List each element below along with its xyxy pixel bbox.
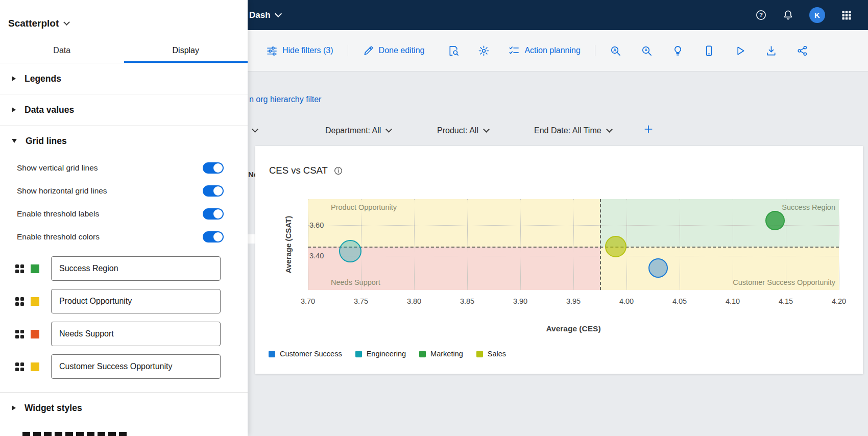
region-top-right: Success Region: [600, 199, 839, 247]
region-label: Product Opportunity: [331, 203, 397, 211]
export-button[interactable]: [765, 45, 777, 57]
settings-button[interactable]: [478, 45, 490, 57]
threshold-row: [0, 322, 248, 346]
threshold-row: [0, 256, 248, 281]
data-point-engineering[interactable]: [339, 240, 361, 262]
threshold-label-input[interactable]: [51, 322, 221, 346]
apps-menu-button[interactable]: [840, 9, 853, 21]
action-planning-label: Action planning: [524, 46, 580, 55]
drag-handle-icon[interactable]: [15, 330, 24, 338]
threshold-color-swatch[interactable]: [31, 297, 39, 306]
tab-display[interactable]: Display: [124, 38, 248, 63]
data-point-marketing[interactable]: [765, 211, 785, 230]
present-button[interactable]: [734, 45, 746, 57]
section-label: Data values: [25, 105, 74, 115]
threshold-label-input[interactable]: [51, 354, 221, 379]
data-point-sales[interactable]: [605, 236, 626, 257]
region-top-left: Product Opportunity: [308, 199, 600, 247]
x-tick-label: 4.15: [779, 297, 793, 305]
tab-data[interactable]: Data: [0, 38, 124, 63]
section-widget-styles[interactable]: Widget styles: [0, 393, 248, 423]
mobile-preview-button[interactable]: [703, 45, 715, 57]
threshold-colors-toggle[interactable]: [203, 231, 224, 243]
vertical-gridline: [520, 199, 521, 290]
panel-tabs: Data Display: [0, 38, 248, 63]
done-editing-button[interactable]: Done editing: [363, 45, 425, 57]
hide-filters-label: Hide filters (3): [282, 46, 333, 55]
drag-handle-icon[interactable]: [15, 362, 24, 371]
triangle-right-icon: [12, 107, 16, 112]
notifications-button[interactable]: [782, 9, 794, 21]
toggle-label: Show horizontal grid lines: [17, 186, 107, 196]
action-planning-button[interactable]: Action planning: [508, 45, 580, 57]
x-tick-label: 3.70: [301, 297, 315, 305]
vertical-gridline: [414, 199, 415, 290]
section-data-values[interactable]: Data values: [0, 94, 248, 126]
x-tick-label: 3.80: [407, 297, 421, 305]
avatar[interactable]: K: [809, 7, 825, 23]
legend-item[interactable]: Marketing: [419, 350, 463, 358]
horizontal-grid-toggle[interactable]: [203, 185, 224, 197]
increase-text-size-button[interactable]: A: [610, 45, 621, 57]
help-button[interactable]: ?: [755, 9, 767, 21]
dashboard-name-menu[interactable]: Dash: [249, 10, 281, 20]
hide-filters-button[interactable]: Hide filters (3): [266, 45, 333, 57]
threshold-color-swatch[interactable]: [31, 264, 39, 273]
add-filter-button[interactable]: [643, 124, 654, 134]
drag-handle-icon[interactable]: [15, 297, 24, 306]
toggle-row-horizontal-grid: Show horizontal grid lines: [0, 179, 248, 202]
widget-type-selector[interactable]: Scatterplot: [0, 0, 248, 33]
vertical-gridline: [573, 199, 574, 290]
legend-item[interactable]: Sales: [476, 350, 506, 358]
toggle-knob: [213, 186, 223, 196]
threshold-color-swatch[interactable]: [31, 362, 39, 371]
legend-swatch: [269, 351, 275, 357]
legend-label: Sales: [488, 350, 506, 358]
legend-item[interactable]: Customer Success: [269, 350, 342, 358]
decrease-text-size-button[interactable]: A: [641, 45, 653, 57]
vertical-grid-toggle[interactable]: [203, 162, 224, 174]
toggle-row-threshold-labels: Enable threshold labels: [0, 202, 248, 225]
filter-department[interactable]: Department: All: [325, 126, 391, 135]
insights-button[interactable]: [672, 45, 684, 57]
pencil-icon: [363, 45, 374, 57]
screen: Dash ? K Hide filters (3) Done editing: [0, 0, 868, 436]
vertical-gridline: [308, 199, 308, 290]
share-button[interactable]: [797, 45, 808, 57]
toggle-knob: [213, 232, 223, 241]
legend-item[interactable]: Engineering: [355, 350, 406, 358]
tab-label: Display: [173, 46, 199, 55]
chevron-down-icon: [252, 126, 258, 133]
legend-label: Engineering: [367, 350, 406, 358]
region-label: Customer Success Opportunity: [733, 278, 835, 286]
org-hierarchy-filter-link[interactable]: n org hierarchy filter: [249, 95, 321, 104]
widget-edit-panel: Scatterplot Data Display Legends Data va…: [0, 0, 248, 436]
preview-data-button[interactable]: [448, 45, 460, 57]
filter-product[interactable]: Product: All: [437, 126, 489, 135]
toggle-label: Enable threshold colors: [17, 232, 100, 241]
y-threshold-line: [308, 247, 839, 248]
data-point-customer-success[interactable]: [648, 258, 668, 278]
threshold-labels-toggle[interactable]: [203, 208, 224, 220]
document-magnifier-icon: [448, 45, 460, 57]
filter-end-date[interactable]: End Date: All Time: [534, 126, 612, 135]
section-grid-lines[interactable]: Grid lines: [0, 126, 248, 156]
threshold-label-input[interactable]: [51, 289, 221, 313]
legend-swatch: [355, 351, 362, 357]
toggle-knob: [213, 163, 223, 173]
chart-legend: Customer SuccessEngineeringMarketingSale…: [269, 350, 506, 358]
region-bottom-right: Customer Success Opportunity: [600, 247, 839, 290]
drag-handle-icon[interactable]: [15, 264, 24, 273]
widget-info-button[interactable]: [333, 166, 343, 176]
lightbulb-icon: [672, 45, 684, 57]
dashboard-name: Dash: [249, 10, 271, 20]
section-legends[interactable]: Legends: [0, 63, 248, 94]
threshold-color-swatch[interactable]: [31, 330, 39, 338]
threshold-row: [0, 289, 248, 313]
x-axis-title: Average (CES): [308, 324, 839, 333]
vertical-gridline: [626, 199, 627, 290]
plus-icon: [643, 124, 654, 134]
tab-label: Data: [53, 46, 70, 55]
smartphone-icon: [703, 45, 715, 57]
threshold-label-input[interactable]: [51, 256, 221, 281]
